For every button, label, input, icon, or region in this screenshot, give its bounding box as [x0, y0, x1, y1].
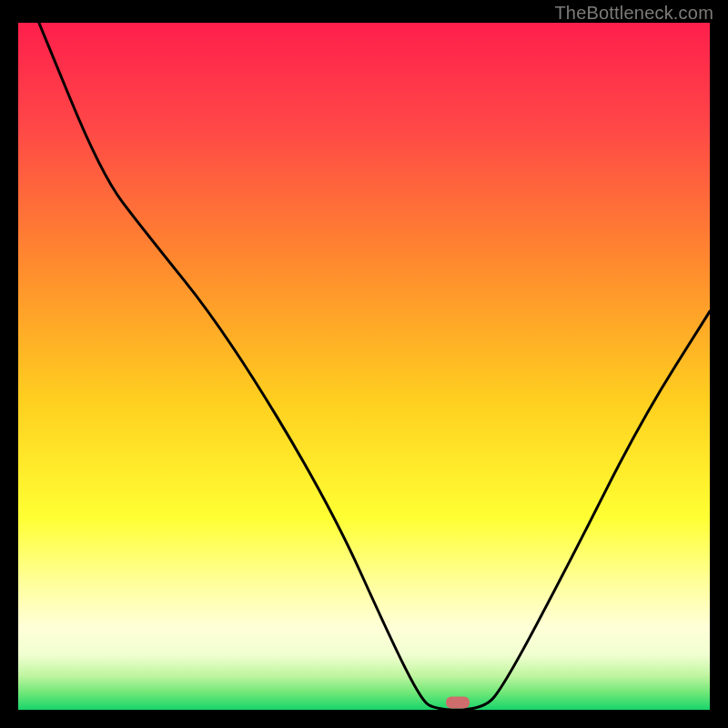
- chart-stage: TheBottleneck.com: [0, 0, 728, 728]
- watermark-text: TheBottleneck.com: [554, 3, 713, 24]
- optimal-marker: [446, 697, 470, 709]
- plot-area: [18, 23, 710, 710]
- bottleneck-curve: [18, 23, 710, 710]
